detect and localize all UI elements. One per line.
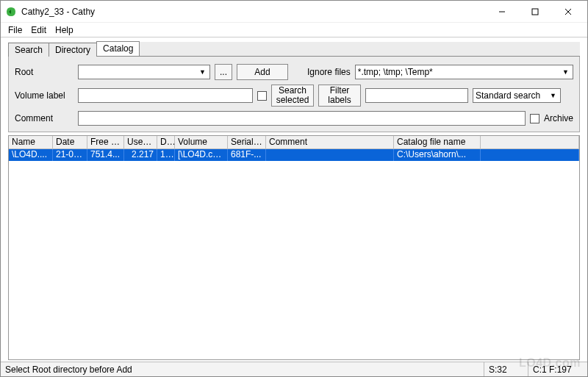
title-bar: Cathy2_33 - Cathy — [1, 1, 587, 23]
search-selected-button[interactable]: Search selected — [271, 85, 314, 107]
chevron-down-icon: ▼ — [198, 68, 207, 76]
catalog-table: Name Date Free (... Used... D... Volume … — [8, 135, 580, 360]
content-area: Search Directory Catalog Root ▼ ... Add … — [1, 37, 587, 362]
col-used[interactable]: Used... — [124, 136, 157, 148]
tab-strip: Search Directory Catalog — [8, 42, 580, 57]
cell-used: 2.217 — [124, 149, 157, 161]
cell-catalog-file: C:\Users\ahorn\... — [394, 149, 481, 161]
ignore-files-combo[interactable]: *.tmp; \tmp; \Temp* ▼ — [355, 65, 573, 79]
menu-help[interactable]: Help — [51, 24, 78, 37]
search-selected-checkbox[interactable] — [257, 91, 267, 101]
cell-volume: [\LO4D.com] — [175, 149, 228, 161]
menu-bar: File Edit Help — [1, 23, 587, 37]
cell-spacer — [481, 149, 579, 161]
col-spacer — [481, 136, 579, 148]
tab-search[interactable]: Search — [8, 43, 49, 57]
svg-rect-1 — [532, 9, 538, 15]
cell-d: 197 — [157, 149, 175, 161]
app-window: Cathy2_33 - Cathy File Edit Help Search … — [0, 0, 588, 377]
cell-date: 21-01-... — [53, 149, 87, 161]
volume-label-input[interactable] — [78, 88, 253, 103]
table-row[interactable]: \LO4D.... 21-01-... 751.4... 2.217 197 [… — [9, 149, 579, 161]
col-catalog-file[interactable]: Catalog file name — [394, 136, 481, 148]
col-comment[interactable]: Comment — [266, 136, 394, 148]
filter-input[interactable] — [365, 88, 468, 103]
label-volume: Volume label — [15, 90, 74, 101]
tab-catalog[interactable]: Catalog — [96, 41, 140, 56]
status-cf: C:1 F:197 — [528, 362, 587, 376]
chevron-down-icon: ▼ — [548, 92, 558, 99]
archive-checkbox[interactable] — [530, 114, 539, 123]
cell-name: \LO4D.... — [9, 149, 53, 161]
status-bar: Select Root directory before Add S:32 C:… — [1, 362, 587, 376]
ignore-files-value: *.tmp; \tmp; \Temp* — [358, 67, 433, 77]
app-icon — [5, 6, 17, 18]
search-mode-value: Standard search — [476, 90, 540, 101]
col-free[interactable]: Free (... — [87, 136, 124, 148]
col-d[interactable]: D... — [157, 136, 175, 148]
cell-comment — [266, 149, 394, 161]
tab-directory[interactable]: Directory — [49, 43, 97, 57]
label-comment: Comment — [15, 113, 74, 123]
cell-serial: 681F-... — [228, 149, 266, 161]
menu-file[interactable]: File — [4, 24, 26, 37]
table-header: Name Date Free (... Used... D... Volume … — [9, 136, 579, 149]
root-combo[interactable]: ▼ — [78, 65, 210, 79]
menu-edit[interactable]: Edit — [26, 24, 51, 37]
col-date[interactable]: Date — [53, 136, 87, 148]
minimize-button[interactable] — [485, 1, 518, 22]
status-s: S:32 — [484, 362, 528, 376]
comment-input[interactable] — [78, 111, 526, 126]
col-name[interactable]: Name — [9, 136, 53, 148]
row-root: Root ▼ ... Add Ignore files *.tmp; \tmp;… — [15, 64, 573, 80]
catalog-panel: Root ▼ ... Add Ignore files *.tmp; \tmp;… — [8, 57, 580, 132]
table-body[interactable]: \LO4D.... 21-01-... 751.4... 2.217 197 [… — [9, 149, 579, 359]
col-serial[interactable]: Serial ... — [228, 136, 266, 148]
label-archive: Archive — [544, 113, 573, 123]
close-button[interactable] — [551, 1, 584, 22]
search-mode-combo[interactable]: Standard search ▼ — [473, 88, 561, 103]
status-message: Select Root directory before Add — [1, 362, 484, 376]
label-ignore-files: Ignore files — [307, 67, 351, 77]
browse-button[interactable]: ... — [215, 64, 232, 80]
col-volume[interactable]: Volume — [175, 136, 228, 148]
row-volume: Volume label Search selected Filter labe… — [15, 85, 573, 107]
label-root: Root — [15, 67, 74, 77]
maximize-button[interactable] — [518, 1, 551, 22]
window-title: Cathy2_33 - Cathy — [21, 7, 95, 17]
filter-labels-button[interactable]: Filter labels — [318, 85, 361, 107]
chevron-down-icon: ▼ — [561, 68, 570, 76]
cell-free: 751.4... — [87, 149, 124, 161]
row-comment: Comment Archive — [15, 111, 573, 126]
add-button[interactable]: Add — [237, 64, 288, 80]
